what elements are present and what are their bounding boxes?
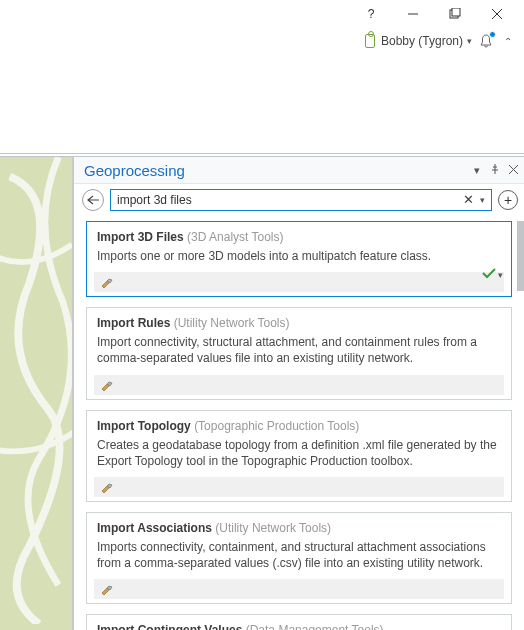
result-card[interactable]: Import Associations (Utility Network Too… [86,512,512,604]
panel-header-controls: ▾ [470,164,520,177]
titlebar: ? [0,0,524,28]
result-title: Import Associations (Utility Network Too… [97,521,501,535]
notifications-button[interactable] [478,33,494,49]
chevron-down-icon: ▾ [467,36,472,46]
content-area: Geoprocessing ▾ import 3d files ✕ ▾ [0,156,524,630]
result-toolbar [94,579,504,599]
result-description: Import connectivity, structural attachme… [97,334,501,366]
close-button[interactable] [476,1,518,27]
result-toolbar [94,272,504,292]
panel-pin-button[interactable] [488,164,502,176]
result-description: Creates a geodatabase topology from a de… [97,437,501,469]
search-row: import 3d files ✕ ▾ + [74,183,524,215]
user-name: Bobby (Tygron) [381,34,463,48]
result-title: Import 3D Files (3D Analyst Tools) [97,230,501,244]
hammer-icon[interactable] [100,480,114,494]
hammer-icon[interactable] [100,582,114,596]
search-input[interactable]: import 3d files ✕ ▾ [110,189,492,211]
result-toolbar [94,477,504,497]
collapse-ribbon-button[interactable]: ⌃ [500,36,516,47]
svg-rect-2 [452,8,460,16]
map-view[interactable] [0,156,74,630]
ribbon-area [0,54,524,154]
panel-close-button[interactable] [506,164,520,176]
search-history-dropdown[interactable]: ▾ [478,195,487,205]
maximize-button[interactable] [434,1,476,27]
user-icon [365,34,375,48]
user-bar: Bobby (Tygron) ▾ ⌃ [0,28,524,54]
result-status[interactable]: ▾ [482,268,503,282]
back-button[interactable] [82,189,104,211]
result-title: Import Rules (Utility Network Tools) [97,316,501,330]
result-toolbar [94,375,504,395]
notification-badge [489,31,496,38]
check-icon [482,268,496,282]
hammer-icon[interactable] [100,378,114,392]
search-text: import 3d files [117,193,459,207]
result-card[interactable]: Import Contingent Values (Data Managemen… [86,614,512,630]
minimize-button[interactable] [392,1,434,27]
results-list: Import 3D Files (3D Analyst Tools)Import… [86,221,512,630]
result-description: Imports one or more 3D models into a mul… [97,248,501,264]
clear-search-button[interactable]: ✕ [459,192,478,207]
panel-header: Geoprocessing ▾ [74,157,524,183]
result-title: Import Topology (Topographic Production … [97,419,501,433]
result-card[interactable]: Import 3D Files (3D Analyst Tools)Import… [86,221,512,297]
result-title: Import Contingent Values (Data Managemen… [97,623,501,630]
geoprocessing-panel: Geoprocessing ▾ import 3d files ✕ ▾ [74,156,524,630]
chevron-down-icon: ▾ [498,270,503,280]
help-button[interactable]: ? [350,1,392,27]
open-toolbox-button[interactable]: + [498,190,518,210]
result-card[interactable]: Import Rules (Utility Network Tools)Impo… [86,307,512,399]
result-description: Imports connectivity, containment, and s… [97,539,501,571]
scrollbar[interactable] [517,221,524,291]
result-card[interactable]: Import Topology (Topographic Production … [86,410,512,502]
panel-menu-button[interactable]: ▾ [470,164,484,177]
results-area: Import 3D Files (3D Analyst Tools)Import… [74,215,524,630]
hammer-icon[interactable] [100,275,114,289]
panel-title: Geoprocessing [84,162,185,179]
user-account[interactable]: Bobby (Tygron) ▾ [365,34,472,48]
